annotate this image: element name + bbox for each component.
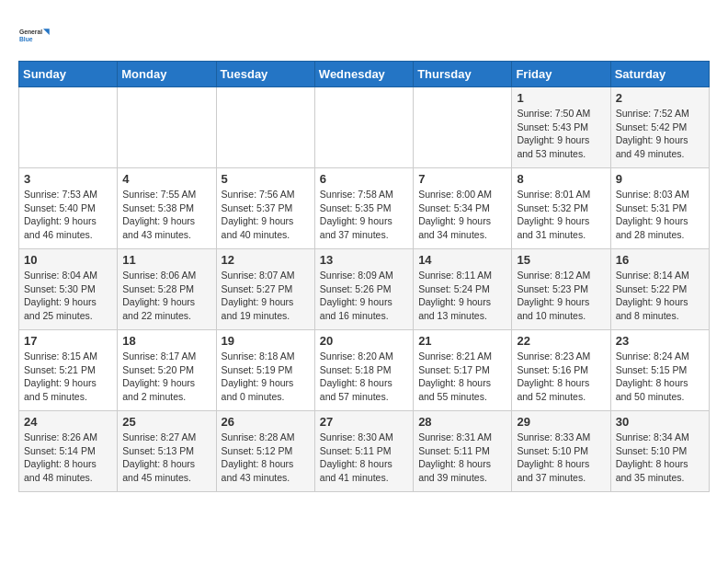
day-info: Sunrise: 8:07 AM Sunset: 5:27 PM Dayligh…	[222, 269, 310, 323]
day-info: Sunrise: 8:30 AM Sunset: 5:11 PM Dayligh…	[320, 431, 408, 485]
day-info: Sunrise: 8:24 AM Sunset: 5:15 PM Dayligh…	[616, 350, 704, 404]
day-info: Sunrise: 8:28 AM Sunset: 5:12 PM Dayligh…	[222, 431, 310, 485]
calendar-cell: 14Sunrise: 8:11 AM Sunset: 5:24 PM Dayli…	[414, 249, 512, 330]
day-number: 9	[616, 172, 704, 186]
day-info: Sunrise: 8:01 AM Sunset: 5:32 PM Dayligh…	[517, 188, 605, 242]
calendar-cell: 19Sunrise: 8:18 AM Sunset: 5:19 PM Dayli…	[216, 330, 314, 411]
calendar-cell: 3Sunrise: 7:53 AM Sunset: 5:40 PM Daylig…	[19, 168, 118, 249]
logo: GeneralBlue	[18, 18, 51, 52]
day-info: Sunrise: 8:26 AM Sunset: 5:14 PM Dayligh…	[24, 431, 112, 485]
header-friday: Friday	[512, 62, 610, 87]
day-info: Sunrise: 7:52 AM Sunset: 5:42 PM Dayligh…	[616, 107, 704, 161]
calendar-cell	[314, 87, 413, 168]
day-info: Sunrise: 8:00 AM Sunset: 5:34 PM Dayligh…	[418, 188, 506, 242]
day-number: 14	[418, 253, 506, 267]
calendar-cell: 21Sunrise: 8:21 AM Sunset: 5:17 PM Dayli…	[414, 330, 512, 411]
calendar-cell: 2Sunrise: 7:52 AM Sunset: 5:42 PM Daylig…	[610, 87, 709, 168]
calendar-table: SundayMondayTuesdayWednesdayThursdayFrid…	[18, 61, 710, 492]
day-number: 1	[517, 91, 605, 105]
calendar-cell: 9Sunrise: 8:03 AM Sunset: 5:31 PM Daylig…	[610, 168, 709, 249]
day-info: Sunrise: 8:21 AM Sunset: 5:17 PM Dayligh…	[418, 350, 506, 404]
day-info: Sunrise: 8:11 AM Sunset: 5:24 PM Dayligh…	[418, 269, 506, 323]
calendar-cell: 24Sunrise: 8:26 AM Sunset: 5:14 PM Dayli…	[19, 411, 118, 492]
day-number: 5	[222, 172, 310, 186]
day-number: 8	[517, 172, 605, 186]
svg-marker-2	[43, 29, 50, 35]
calendar-week-5: 24Sunrise: 8:26 AM Sunset: 5:14 PM Dayli…	[19, 411, 710, 492]
day-number: 12	[222, 253, 310, 267]
calendar-cell: 30Sunrise: 8:34 AM Sunset: 5:10 PM Dayli…	[610, 411, 709, 492]
calendar-cell: 28Sunrise: 8:31 AM Sunset: 5:11 PM Dayli…	[414, 411, 512, 492]
calendar-cell: 25Sunrise: 8:27 AM Sunset: 5:13 PM Dayli…	[118, 411, 216, 492]
day-info: Sunrise: 8:18 AM Sunset: 5:19 PM Dayligh…	[222, 350, 310, 404]
day-info: Sunrise: 8:03 AM Sunset: 5:31 PM Dayligh…	[616, 188, 704, 242]
calendar-cell: 17Sunrise: 8:15 AM Sunset: 5:21 PM Dayli…	[19, 330, 118, 411]
day-info: Sunrise: 7:58 AM Sunset: 5:35 PM Dayligh…	[320, 188, 408, 242]
day-number: 6	[320, 172, 408, 186]
day-number: 24	[24, 415, 112, 429]
day-info: Sunrise: 8:15 AM Sunset: 5:21 PM Dayligh…	[24, 350, 112, 404]
calendar-cell: 13Sunrise: 8:09 AM Sunset: 5:26 PM Dayli…	[314, 249, 413, 330]
day-number: 4	[122, 172, 210, 186]
header-monday: Monday	[118, 62, 216, 87]
calendar-cell: 22Sunrise: 8:23 AM Sunset: 5:16 PM Dayli…	[512, 330, 610, 411]
day-number: 7	[418, 172, 506, 186]
day-info: Sunrise: 8:33 AM Sunset: 5:10 PM Dayligh…	[517, 431, 605, 485]
header-tuesday: Tuesday	[216, 62, 314, 87]
day-number: 30	[616, 415, 704, 429]
day-number: 28	[418, 415, 506, 429]
day-number: 16	[616, 253, 704, 267]
calendar-week-2: 3Sunrise: 7:53 AM Sunset: 5:40 PM Daylig…	[19, 168, 710, 249]
day-number: 27	[320, 415, 408, 429]
day-info: Sunrise: 8:06 AM Sunset: 5:28 PM Dayligh…	[122, 269, 210, 323]
day-number: 13	[320, 253, 408, 267]
day-number: 22	[517, 334, 605, 348]
calendar-cell	[414, 87, 512, 168]
day-number: 25	[122, 415, 210, 429]
day-number: 20	[320, 334, 408, 348]
logo-icon: GeneralBlue	[18, 18, 51, 52]
day-info: Sunrise: 8:12 AM Sunset: 5:23 PM Dayligh…	[517, 269, 605, 323]
calendar-cell	[216, 87, 314, 168]
calendar-week-4: 17Sunrise: 8:15 AM Sunset: 5:21 PM Dayli…	[19, 330, 710, 411]
day-number: 18	[122, 334, 210, 348]
day-number: 3	[24, 172, 112, 186]
svg-text:Blue: Blue	[19, 36, 33, 42]
calendar-cell: 26Sunrise: 8:28 AM Sunset: 5:12 PM Dayli…	[216, 411, 314, 492]
day-number: 19	[222, 334, 310, 348]
calendar-cell: 23Sunrise: 8:24 AM Sunset: 5:15 PM Dayli…	[610, 330, 709, 411]
day-info: Sunrise: 8:17 AM Sunset: 5:20 PM Dayligh…	[122, 350, 210, 404]
calendar-cell: 4Sunrise: 7:55 AM Sunset: 5:38 PM Daylig…	[118, 168, 216, 249]
day-info: Sunrise: 7:56 AM Sunset: 5:37 PM Dayligh…	[222, 188, 310, 242]
day-info: Sunrise: 8:34 AM Sunset: 5:10 PM Dayligh…	[616, 431, 704, 485]
day-info: Sunrise: 8:04 AM Sunset: 5:30 PM Dayligh…	[24, 269, 112, 323]
day-number: 15	[517, 253, 605, 267]
page-header: GeneralBlue	[18, 18, 710, 52]
day-number: 2	[616, 91, 704, 105]
calendar-cell: 5Sunrise: 7:56 AM Sunset: 5:37 PM Daylig…	[216, 168, 314, 249]
calendar-week-3: 10Sunrise: 8:04 AM Sunset: 5:30 PM Dayli…	[19, 249, 710, 330]
day-info: Sunrise: 8:27 AM Sunset: 5:13 PM Dayligh…	[122, 431, 210, 485]
calendar-cell	[19, 87, 118, 168]
svg-text:General: General	[19, 29, 42, 35]
day-info: Sunrise: 7:50 AM Sunset: 5:43 PM Dayligh…	[517, 107, 605, 161]
header-wednesday: Wednesday	[314, 62, 413, 87]
calendar-cell: 10Sunrise: 8:04 AM Sunset: 5:30 PM Dayli…	[19, 249, 118, 330]
calendar-cell: 1Sunrise: 7:50 AM Sunset: 5:43 PM Daylig…	[512, 87, 610, 168]
day-info: Sunrise: 8:31 AM Sunset: 5:11 PM Dayligh…	[418, 431, 506, 485]
day-number: 26	[222, 415, 310, 429]
day-info: Sunrise: 8:20 AM Sunset: 5:18 PM Dayligh…	[320, 350, 408, 404]
day-number: 10	[24, 253, 112, 267]
day-info: Sunrise: 7:55 AM Sunset: 5:38 PM Dayligh…	[122, 188, 210, 242]
day-info: Sunrise: 8:14 AM Sunset: 5:22 PM Dayligh…	[616, 269, 704, 323]
calendar-cell: 11Sunrise: 8:06 AM Sunset: 5:28 PM Dayli…	[118, 249, 216, 330]
header-thursday: Thursday	[414, 62, 512, 87]
day-number: 17	[24, 334, 112, 348]
calendar-header-row: SundayMondayTuesdayWednesdayThursdayFrid…	[19, 62, 710, 87]
calendar-cell: 8Sunrise: 8:01 AM Sunset: 5:32 PM Daylig…	[512, 168, 610, 249]
calendar-cell: 29Sunrise: 8:33 AM Sunset: 5:10 PM Dayli…	[512, 411, 610, 492]
calendar-cell: 7Sunrise: 8:00 AM Sunset: 5:34 PM Daylig…	[414, 168, 512, 249]
day-number: 21	[418, 334, 506, 348]
calendar-cell: 12Sunrise: 8:07 AM Sunset: 5:27 PM Dayli…	[216, 249, 314, 330]
calendar-cell: 15Sunrise: 8:12 AM Sunset: 5:23 PM Dayli…	[512, 249, 610, 330]
